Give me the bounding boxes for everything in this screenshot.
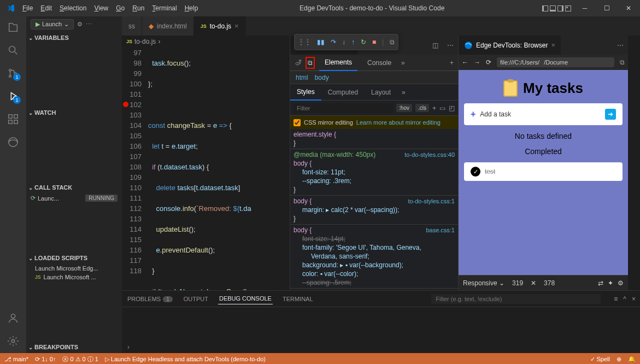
add-task-input[interactable]: + Add a task ➜ (464, 103, 623, 125)
menu-view[interactable]: View (90, 2, 112, 14)
extensions-icon[interactable] (7, 113, 20, 126)
bell-icon[interactable]: 🔔 (628, 356, 636, 363)
callstack-section[interactable]: ⌄CALL STACK (26, 181, 122, 193)
mirror-link[interactable]: Learn more about mirror editing (356, 119, 441, 126)
script-item[interactable]: Launch Microsoft Edg... (26, 264, 122, 273)
code-content[interactable]: 979899100101 102 10310410510610710810911… (122, 48, 290, 290)
menu-edit[interactable]: Edit (37, 2, 56, 14)
mirror-checkbox[interactable] (293, 119, 301, 126)
back-icon[interactable]: ← (462, 58, 468, 66)
maximize-button[interactable]: ☐ (598, 2, 615, 15)
dom-breadcrumb[interactable]: htmlbody (290, 71, 458, 84)
computed-tab[interactable]: Computed (321, 84, 365, 101)
flex-icon[interactable]: ▭ (439, 104, 445, 112)
debug-config-gear-icon[interactable]: ⚙ (77, 21, 83, 28)
scm-icon[interactable]: 1 (7, 67, 20, 80)
menu-selection[interactable]: Selection (56, 2, 90, 14)
output-tab[interactable]: OUTPUT (183, 293, 209, 304)
screencast-icon[interactable]: ⧉ (390, 38, 395, 46)
menu-help[interactable]: Help (181, 2, 202, 14)
console-prompt[interactable]: › (122, 341, 640, 353)
breakpoints-section[interactable]: ⌄BREAKPOINTS (26, 341, 122, 353)
problems-indicator[interactable]: ⓧ 0 ⚠ 0 ⓘ 1 (62, 355, 98, 363)
debug-more-icon[interactable]: ⋯ (86, 21, 92, 28)
explorer-icon[interactable] (7, 21, 20, 34)
sync-indicator[interactable]: ⟳ 1↓ 0↑ (35, 356, 56, 363)
breakpoint-icon[interactable] (123, 102, 128, 107)
branch-indicator[interactable]: ⎇ main* (4, 356, 28, 363)
device-toggle-icon[interactable]: ⧉ (306, 57, 315, 69)
maximize-panel-icon[interactable]: ^ (623, 295, 626, 303)
add-tab-icon[interactable]: + (450, 59, 454, 67)
cls-toggle[interactable]: .cls (415, 104, 429, 112)
split-icon[interactable]: ◫ (428, 42, 443, 49)
pause-icon[interactable]: ▮▮ (317, 38, 325, 46)
stop-icon[interactable]: ■ (372, 38, 376, 46)
feedback-icon[interactable]: ⊕ (616, 356, 621, 363)
launch-dropdown[interactable]: ▶Launch⌄ (31, 19, 74, 30)
more-icon[interactable]: » (397, 89, 410, 96)
more-icon[interactable]: ⋯ (443, 42, 458, 49)
screencast-icon[interactable]: ⧉ (620, 58, 625, 66)
settings-gear-icon[interactable] (7, 334, 20, 348)
width-input[interactable]: 319 (509, 279, 526, 287)
callstack-item[interactable]: ⟳Launc... RUNNING (26, 193, 122, 203)
hov-toggle[interactable]: :hov (396, 104, 412, 112)
breadcrumb[interactable]: JSto-do.js› (122, 36, 290, 48)
close-icon[interactable]: × (234, 22, 239, 30)
debug-console-tab[interactable]: DEBUG CONSOLE (218, 293, 273, 304)
menu-run[interactable]: Run (128, 2, 148, 14)
loaded-scripts-section[interactable]: ⌄LOADED SCRIPTS (26, 252, 122, 264)
code-lines[interactable]: task.focus(); }; const changeTask = e =>… (148, 48, 290, 290)
edge-icon[interactable] (7, 136, 20, 149)
step-into-icon[interactable]: ↓ (342, 38, 345, 46)
height-input[interactable]: 378 (541, 279, 558, 287)
check-icon[interactable]: ✓ (471, 167, 480, 177)
watch-section[interactable]: ⌄WATCH (26, 107, 122, 119)
step-out-icon[interactable]: ↑ (351, 38, 355, 46)
problems-tab[interactable]: PROBLEMS1 (126, 293, 174, 304)
debug-launch-status[interactable]: ▷ Launch Edge Headless and attach DevToo… (105, 356, 266, 363)
settings-icon[interactable]: ⚙ (618, 279, 624, 287)
forward-icon[interactable]: → (474, 58, 480, 66)
box-icon[interactable]: ◰ (449, 104, 455, 112)
elements-tab[interactable]: Elements (319, 55, 357, 71)
panel-filter[interactable] (431, 294, 601, 304)
debug-floating-toolbar[interactable]: ⋮⋮ ▮▮ ↷ ↓ ↑ ↻ ■ | ⧉ (294, 34, 398, 50)
rotate-icon[interactable]: ⇄ (598, 279, 603, 287)
styles-tab[interactable]: Styles (290, 84, 321, 101)
more-tabs-icon[interactable]: » (401, 59, 405, 67)
css-rules[interactable]: element.style { } @media (max-width: 450… (290, 129, 458, 290)
url-bar[interactable]: file:///C:/Users//Docume (497, 57, 614, 67)
more-icon[interactable]: ⋯ (613, 42, 628, 49)
script-item[interactable]: JSLaunch Microsoft ... (26, 273, 122, 281)
close-panel-icon[interactable]: × (632, 295, 636, 303)
filter-icon[interactable]: ≡ (614, 295, 618, 303)
inspect-icon[interactable]: ⮰ (295, 59, 301, 67)
terminal-tab[interactable]: TERMINAL (281, 293, 314, 304)
close-button[interactable]: ✕ (620, 2, 637, 15)
restart-icon[interactable]: ↻ (361, 38, 366, 46)
tab-todo[interactable]: JSto-do.js× (194, 16, 246, 36)
new-rule-icon[interactable]: + (432, 104, 436, 112)
search-icon[interactable] (7, 44, 20, 57)
tab-browser[interactable]: Edge DevTools: Browser × (459, 36, 561, 55)
task-item[interactable]: ✓ test (464, 162, 623, 181)
menu-terminal[interactable]: Terminal (148, 2, 180, 14)
account-icon[interactable] (7, 312, 20, 325)
reload-icon[interactable]: ⟳ (486, 58, 491, 66)
layout-toggles[interactable] (542, 5, 571, 11)
wand-icon[interactable]: ✦ (608, 279, 613, 287)
submit-arrow-icon[interactable]: ➜ (605, 109, 616, 120)
close-icon[interactable]: × (551, 41, 555, 49)
console-tab[interactable]: Console (362, 55, 397, 71)
step-over-icon[interactable]: ↷ (331, 38, 336, 46)
layout-tab[interactable]: Layout (365, 84, 397, 101)
tab-index[interactable]: ◆index.html (142, 16, 194, 36)
styles-filter[interactable] (293, 103, 393, 113)
tab-ss[interactable]: ss (122, 16, 142, 36)
menu-file[interactable]: FFileile (19, 2, 37, 14)
responsive-dropdown[interactable]: Responsive ⌄ (463, 279, 504, 287)
minimize-button[interactable]: ─ (577, 2, 593, 15)
variables-section[interactable]: ⌄VARIABLES (26, 32, 122, 44)
